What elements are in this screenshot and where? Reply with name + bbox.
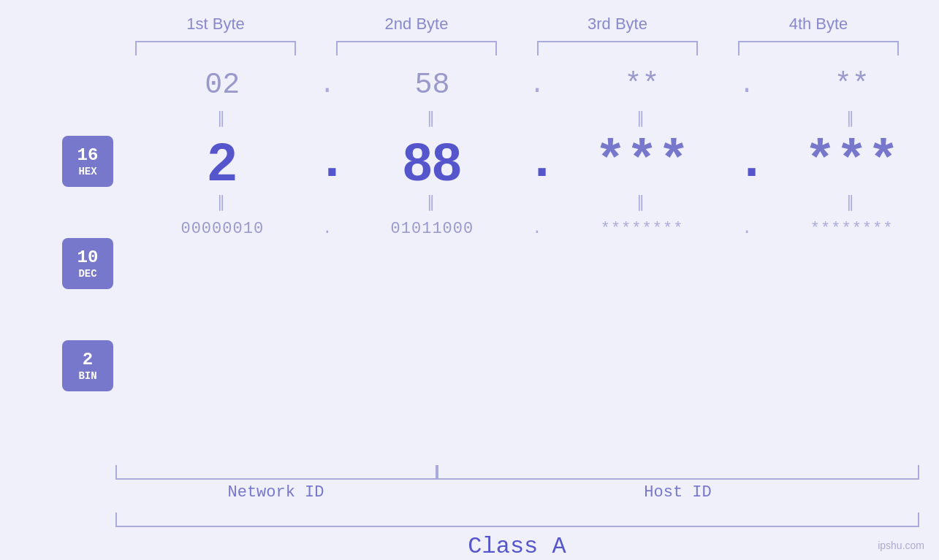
bottom-bracket-host [437, 465, 919, 480]
hex-sep2: . [526, 70, 548, 100]
main-container: 1st Byte 2nd Byte 3rd Byte 4th Byte 16 H… [0, 0, 939, 560]
dbar2-b3: ∥ [562, 193, 723, 212]
double-bar-1: ∥ ∥ ∥ ∥ [135, 107, 939, 130]
byte2-header: 2nd Byte [336, 15, 497, 34]
network-id-label: Network ID [115, 483, 437, 502]
bin-sep1: . [316, 220, 338, 238]
hex-b2: 58 [351, 69, 512, 101]
values-grid: 02 . 58 . ** . ** ∥ ∥ ∥ ∥ 2 . [135, 63, 939, 244]
hex-b3: ** [562, 69, 723, 101]
bracket-b3 [537, 41, 698, 55]
watermark: ipshu.com [878, 540, 924, 551]
hex-b4: ** [772, 69, 932, 101]
dec-badge-num: 10 [77, 248, 99, 269]
hex-row: 02 . 58 . ** . ** [135, 63, 939, 107]
byte1-header: 1st Byte [135, 15, 296, 34]
hex-sep1: . [316, 70, 338, 100]
bin-badge-num: 2 [83, 350, 93, 371]
dec-b3: *** [562, 136, 723, 188]
hex-badge-label: HEX [78, 166, 96, 177]
host-id-label: Host ID [437, 483, 919, 502]
hex-badge: 16 HEX [62, 136, 113, 187]
dec-b1: 2 [142, 136, 303, 188]
dec-b4: *** [772, 136, 932, 188]
bin-b2: 01011000 [351, 220, 512, 238]
dbar2-b1: ∥ [142, 193, 303, 212]
bin-b4: ******** [772, 220, 932, 238]
dbar1-b2: ∥ [351, 109, 512, 129]
bin-badge: 2 BIN [62, 340, 113, 391]
hex-sep3: . [736, 70, 758, 100]
dec-row: 2 . 88 . *** . *** [135, 130, 939, 191]
dec-b2: 88 [351, 136, 512, 188]
class-section: Class A [115, 513, 919, 560]
dbar2-b2: ∥ [351, 193, 512, 212]
dec-sep3: . [736, 136, 758, 188]
double-bar-2: ∥ ∥ ∥ ∥ [135, 191, 939, 214]
bin-b3: ******** [562, 220, 723, 238]
class-bracket [115, 513, 919, 527]
bin-badge-label: BIN [78, 370, 96, 382]
dbar1-b1: ∥ [142, 109, 303, 129]
bracket-b4 [738, 41, 899, 55]
dbar1-b4: ∥ [772, 109, 932, 129]
dec-sep2: . [526, 136, 548, 188]
byte-headers: 1st Byte 2nd Byte 3rd Byte 4th Byte [115, 15, 919, 34]
dbar1-b3: ∥ [562, 109, 723, 129]
hex-badge-num: 16 [77, 145, 99, 166]
bracket-b1 [135, 41, 296, 55]
dbar2-b4: ∥ [772, 193, 932, 212]
bottom-bracket-network [115, 465, 437, 480]
dec-badge-label: DEC [78, 268, 96, 280]
bottom-labels: Network ID Host ID [115, 483, 919, 502]
class-label: Class A [115, 533, 919, 560]
bin-sep3: . [736, 220, 758, 238]
bracket-b2 [336, 41, 497, 55]
byte3-header: 3rd Byte [537, 15, 698, 34]
dec-sep1: . [316, 136, 338, 188]
bin-row: 00000010 . 01011000 . ******** . *******… [135, 214, 939, 244]
bin-b1: 00000010 [142, 220, 303, 238]
dec-badge: 10 DEC [62, 238, 113, 289]
bin-sep2: . [526, 220, 548, 238]
bottom-brackets-row [115, 465, 919, 480]
hex-b1: 02 [142, 69, 303, 101]
bottom-brackets-section: Network ID Host ID [115, 465, 919, 502]
byte4-header: 4th Byte [738, 15, 899, 34]
top-brackets [115, 41, 919, 55]
badges-column: 16 HEX 10 DEC 2 BIN [40, 63, 135, 391]
